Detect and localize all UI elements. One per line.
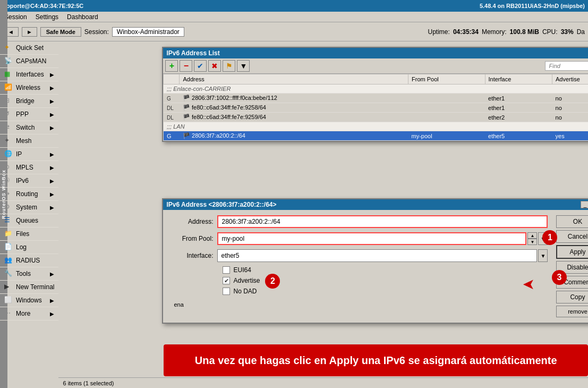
sidebar-item-more[interactable]: ⋯ More ▶ <box>0 307 58 320</box>
apply-button[interactable]: Apply <box>556 245 588 259</box>
eui64-row: EUI64 <box>223 266 548 274</box>
filter-button[interactable]: ▼ <box>237 60 250 72</box>
content-area: IPv6 Address List _ □ ✕ + − ✔ ✖ ⚑ ▼ ▼ <box>58 41 588 388</box>
ip-icon: 🌐 <box>4 150 13 158</box>
copy-button[interactable]: Copy <box>556 291 588 303</box>
mpls-icon: ⊙ <box>4 163 13 172</box>
sidebar-item-routing[interactable]: ↪ Routing ▶ <box>0 188 58 201</box>
address-input[interactable] <box>217 215 548 228</box>
sidebar-item-bridge[interactable]: ⊟ Bridge ▶ <box>0 95 58 108</box>
ppp-arrow: ▶ <box>50 112 54 117</box>
title-bar: soporte@C4:AD:34:7E:92:5C 5.48.4 on RB20… <box>0 0 588 12</box>
row-interface: ether1 <box>485 94 552 103</box>
sidebar-item-system[interactable]: ⚙ System ▶ <box>0 201 58 214</box>
row-address: 🏴 2806:3f7:a200:2::/64 <box>180 131 408 141</box>
interface-input[interactable] <box>217 249 537 262</box>
sidebar-item-new-terminal[interactable]: ▶ New Terminal <box>0 281 58 294</box>
tools-arrow: ▶ <box>50 271 54 277</box>
table-row[interactable]: G 🏴 2806:3f7:1002::ffff:f0ca:bebe/112 et… <box>164 94 588 103</box>
sidebar-item-mesh[interactable]: ✦ Mesh <box>0 134 58 148</box>
sidebar-item-files[interactable]: 📁 Files <box>0 227 58 241</box>
interface-label: Interface: <box>169 252 217 259</box>
sidebar-item-radius[interactable]: 👥 RADIUS <box>0 254 58 267</box>
uptime-value: 04:35:34 <box>453 28 479 36</box>
address-list-table: Address From Pool Interface Advertise ;;… <box>163 74 588 141</box>
sidebar-item-interfaces[interactable]: ▦ Interfaces ▶ <box>0 68 58 81</box>
forward-button[interactable]: ► <box>22 27 37 37</box>
nodad-label: No DAD <box>233 288 257 295</box>
group-carrier-label: ;;; Enlace-con-CARRIER <box>164 85 588 94</box>
sidebar-item-tools[interactable]: 🔧 Tools ▶ <box>0 267 58 281</box>
col-address[interactable]: Address <box>180 74 408 85</box>
eui64-checkbox[interactable] <box>223 266 230 274</box>
col-from-pool[interactable]: From Pool <box>408 74 485 85</box>
sidebar-item-capsman[interactable]: 📡 CAPsMAN <box>0 55 58 68</box>
sidebar-item-switch[interactable]: ⇄ Switch ▶ <box>0 121 58 134</box>
row-flag: DL <box>164 113 180 122</box>
dialog-action-buttons: OK Cancel Apply Disable Comment Copy rem… <box>554 210 588 323</box>
annotation-3: 3 <box>552 270 567 285</box>
menu-settings[interactable]: Settings <box>31 12 63 22</box>
from-pool-input[interactable] <box>217 232 526 245</box>
routing-arrow: ▶ <box>50 191 54 197</box>
from-pool-up[interactable]: ▲ <box>527 232 537 239</box>
sidebar-label-ip: IP <box>16 150 22 158</box>
system-icon: ⚙ <box>4 203 13 212</box>
table-row[interactable]: DL 🏴 fe80::c6ad:34ff:fe7e:9259/64 ether2… <box>164 113 588 122</box>
sidebar-item-mpls[interactable]: ⊙ MPLS ▶ <box>0 161 58 174</box>
interface-dropdown[interactable]: ▼ <box>538 249 548 262</box>
sidebar-item-ip[interactable]: 🌐 IP ▶ <box>0 148 58 161</box>
sidebar-item-wireless[interactable]: 📶 Wireless ▶ <box>0 81 58 95</box>
list-toolbar: + − ✔ ✖ ⚑ ▼ ▼ <box>163 58 588 74</box>
sidebar-item-ppp[interactable]: ↺ PPP ▶ <box>0 108 58 121</box>
sidebar-label-mesh: Mesh <box>16 137 31 145</box>
table-row[interactable]: DL 🏴 fe80::c6ad:34ff:fe7e:9258/64 ether1… <box>164 103 588 113</box>
session-label: Session: <box>84 28 109 36</box>
nodad-checkbox[interactable] <box>223 288 230 295</box>
remove-button[interactable]: − <box>180 60 192 72</box>
remove-dialog-button[interactable]: remove <box>556 306 588 317</box>
sidebar-label-tools: Tools <box>16 270 31 277</box>
find-input[interactable] <box>545 61 588 71</box>
sidebar-item-ipv6[interactable]: ⑥ IPv6 ▶ <box>0 174 58 188</box>
dialog-minimize-button[interactable]: _ <box>581 201 588 208</box>
table-row-selected[interactable]: G 🏴 2806:3f7:a200:2::/64 my-pool ether5 … <box>164 131 588 141</box>
row-address: 🏴 fe80::c6ad:34ff:fe7e:9258/64 <box>180 103 408 113</box>
row-flag: G <box>164 131 180 141</box>
tools-icon: 🔧 <box>4 269 13 278</box>
windows-icon: ⬜ <box>4 296 13 305</box>
from-pool-label: From Pool: <box>169 235 217 242</box>
address-row: Address: <box>169 215 548 228</box>
from-pool-down[interactable]: ▼ <box>527 239 537 245</box>
row-interface: ether5 <box>485 131 552 141</box>
sidebar-item-queues[interactable]: ☰ Queues <box>0 214 58 227</box>
col-advertise[interactable]: Advertise <box>552 74 588 85</box>
from-pool-row: From Pool: ▲ ▼ ▼ 1 <box>169 232 548 245</box>
title-text: soporte@C4:AD:34:7E:92:5C <box>3 3 83 9</box>
row-advertise: no <box>552 103 588 113</box>
cancel-button[interactable]: Cancel <box>556 230 588 243</box>
col-interface[interactable]: Interface <box>485 74 552 85</box>
enable-label: ena <box>174 301 183 308</box>
row-from-pool <box>408 94 485 103</box>
sidebar-label-log: Log <box>16 243 27 251</box>
sidebar-item-log[interactable]: 📄 Log <box>0 241 58 254</box>
flag-button[interactable]: ⚑ <box>223 60 235 72</box>
advertise-checkbox[interactable]: ✔ <box>223 277 230 284</box>
menu-dashboard[interactable]: Dashboard <box>63 12 103 22</box>
cross-button[interactable]: ✖ <box>208 60 221 72</box>
more-arrow: ▶ <box>50 311 54 317</box>
da-label: Da <box>577 28 585 36</box>
ipv6-dialog-title-bar: IPv6 Address <2806:3f7:a200:2::/64> _ ✕ <box>163 199 588 210</box>
sidebar-item-windows[interactable]: ⬜ Windows ▶ <box>0 294 58 307</box>
sidebar-item-quick-set[interactable]: ✦ Quick Set <box>0 41 58 55</box>
check-button[interactable]: ✔ <box>194 60 207 72</box>
switch-icon: ⇄ <box>4 123 13 132</box>
sidebar: RouterOS WinBox ✦ Quick Set 📡 CAPsMAN ▦ … <box>0 41 58 388</box>
ok-button[interactable]: OK <box>556 215 588 228</box>
add-button[interactable]: + <box>165 60 178 72</box>
sidebar-label-mpls: MPLS <box>16 164 33 171</box>
col-flag[interactable] <box>164 74 180 85</box>
address-label: Address: <box>169 218 217 225</box>
safe-mode-button[interactable]: Safe Mode <box>40 27 81 37</box>
